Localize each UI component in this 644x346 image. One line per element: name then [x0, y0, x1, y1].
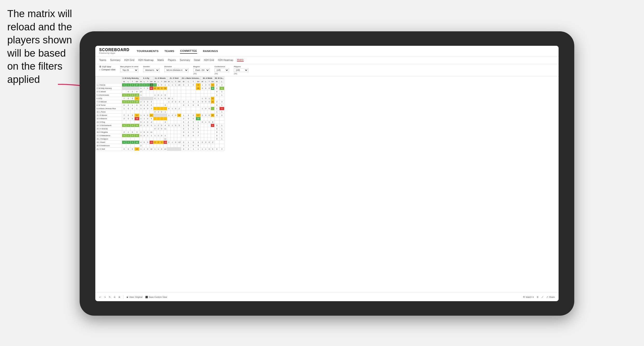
refresh-button[interactable]: ↻	[109, 296, 111, 298]
cell	[181, 137, 186, 141]
redo-button[interactable]: ↪	[104, 296, 106, 298]
cell: 0	[146, 148, 149, 151]
subnav-detail[interactable]: Detail	[194, 59, 200, 61]
action-button[interactable]: ⚙	[537, 296, 538, 298]
subnav-h2h-grid[interactable]: H2H Grid	[124, 59, 134, 61]
view-original-button[interactable]: ◉ View: Original	[126, 296, 142, 298]
cell: 20	[211, 114, 214, 117]
cell: 0	[201, 87, 204, 90]
division-select[interactable]: NCAA Division II	[164, 68, 188, 72]
sub-w2: W	[139, 80, 142, 83]
cell: 27	[135, 83, 140, 87]
cell: 1	[156, 97, 160, 100]
cell: 0	[174, 100, 177, 104]
cell: 1	[142, 124, 146, 127]
cell	[174, 97, 177, 100]
cell	[214, 121, 219, 124]
cell: 1	[214, 107, 219, 110]
subnav-summary2[interactable]: Summary	[180, 59, 190, 61]
players-filter: Players (All) (All)	[234, 66, 248, 75]
undo-button[interactable]: ↩	[99, 296, 101, 298]
cell: 3	[153, 141, 156, 144]
cell: 1	[186, 127, 191, 131]
cell: 0	[153, 110, 156, 114]
cell	[160, 90, 163, 93]
cell: 1	[167, 83, 170, 87]
cell: 1	[186, 104, 191, 107]
subnav-matrix[interactable]: Matrix	[157, 59, 164, 61]
cell	[153, 117, 156, 121]
cell	[174, 87, 177, 90]
expand-button[interactable]: ⤢	[542, 296, 544, 298]
table-row: 18. J Hodgson 11 01	[96, 137, 224, 141]
gender-select[interactable]: Women's	[143, 68, 160, 72]
cell	[196, 137, 201, 141]
nav-committee[interactable]: COMMITTEE	[180, 48, 197, 54]
players-select[interactable]: (All)	[234, 68, 248, 72]
cell	[167, 87, 170, 90]
max-players-select[interactable]: Top 25	[120, 68, 138, 72]
cell: 0	[204, 97, 208, 100]
cell: 4	[139, 141, 142, 144]
cell: -12	[177, 141, 181, 144]
cell: 5	[196, 127, 201, 131]
cell: 4	[204, 114, 208, 117]
cell	[142, 93, 146, 97]
cell: 0	[126, 114, 130, 117]
sub-t2: T	[146, 80, 149, 83]
cell: 1	[122, 107, 126, 110]
table-row: 13. N Klug 010-2 3 0201 0108	[96, 121, 224, 124]
subnav-matrix2[interactable]: Matrix	[237, 59, 244, 62]
zoom-in-button[interactable]: ⊕	[118, 296, 120, 298]
col-header-webb: 38. A Webb	[201, 77, 214, 80]
cell: 0	[153, 127, 156, 131]
subnav-teams[interactable]: Teams	[99, 59, 106, 61]
cell: 0	[191, 134, 196, 137]
cell: 1	[170, 97, 174, 100]
share-button[interactable]: ↗ Share	[546, 296, 555, 298]
zoom-out-button[interactable]: ⊖	[114, 296, 116, 298]
cell: 1	[174, 83, 177, 87]
compact-view-option[interactable]: ○ Compact View	[99, 68, 115, 71]
cell: 0	[208, 100, 211, 104]
subnav-h2h-heatmap[interactable]: H2H Heatmap	[138, 59, 154, 61]
cell: 0	[214, 137, 219, 141]
table-row: 10. L Perini 0201 11	[96, 110, 224, 114]
subnav-summary[interactable]: Summary	[110, 59, 120, 61]
table-row: 15. H Stranda 02011 0105 01	[96, 127, 224, 131]
matrix-container[interactable]: 2. M Kelly Mulcahy 6. A Dy 11. G Woods 2…	[95, 76, 558, 293]
player-name: 1. J Garcia	[96, 83, 122, 87]
table-row: 2. M Kelly Mulcahy 07040 1010050 35 0604…	[96, 87, 224, 90]
cell: 1	[170, 107, 174, 110]
cell: 6	[204, 87, 208, 90]
subnav-players[interactable]: Players	[168, 59, 176, 61]
subnav-h2h-heatmap2[interactable]: H2H Heatmap	[218, 59, 233, 61]
subnav-h2h-grid2[interactable]: H2H Grid	[204, 59, 214, 61]
cell: 3	[122, 141, 126, 144]
sub-t4: T	[174, 80, 177, 83]
cell: -4	[177, 100, 181, 104]
nav-rankings[interactable]: RANKINGS	[203, 49, 218, 53]
cell: 3	[122, 93, 126, 97]
cell	[122, 137, 126, 141]
cell	[163, 107, 167, 110]
full-view-option[interactable]: ⦿ Full View	[99, 66, 115, 68]
nav-tournaments[interactable]: TOURNAMENTS	[137, 49, 159, 53]
cell: 0	[163, 93, 167, 97]
nav-teams[interactable]: TEAMS	[164, 49, 174, 53]
bottom-toolbar: ↩ ↪ ↻ ⊖ ⊕ ◉ View: Original ⬛ Save Custom…	[95, 293, 558, 301]
watch-button[interactable]: 👁 Watch ▾	[523, 296, 534, 298]
col-header-za: 60. W Za...	[214, 77, 224, 80]
cell	[177, 104, 181, 107]
cell: 3	[196, 131, 201, 134]
sub-dif1: Dif	[135, 80, 140, 83]
region-select[interactable]: East - DII	[193, 68, 210, 72]
cell: 1	[214, 110, 219, 114]
conference-select[interactable]: (All)	[214, 68, 229, 72]
cell: 1	[191, 148, 196, 151]
cell: 0	[142, 141, 146, 144]
cell	[201, 110, 204, 114]
save-custom-button[interactable]: ⬛ Save Custom View	[145, 296, 167, 298]
cell: 1	[163, 134, 167, 137]
cell	[139, 127, 142, 131]
